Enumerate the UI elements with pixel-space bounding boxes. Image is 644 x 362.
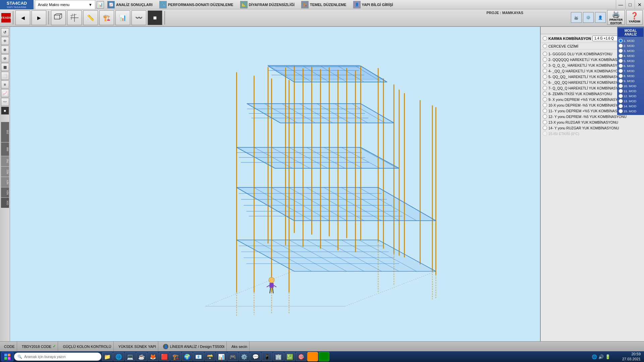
toolbar-icon-person[interactable]: 👤 <box>595 12 606 23</box>
taskbar-app-green[interactable] <box>319 352 329 361</box>
taskbar-app-mail[interactable]: 📧 <box>193 352 204 361</box>
modal-mode-12-label: 12. MOD <box>624 94 636 98</box>
vert-label-c0x: C0X <box>1 198 9 208</box>
modal-mode-1[interactable]: 1. MOD <box>618 38 643 43</box>
modal-mode-11[interactable]: 11. MOD <box>618 88 643 94</box>
start-button[interactable] <box>1 352 13 361</box>
taskbar-app-chrome[interactable]: 🌍 <box>182 352 193 361</box>
yardim-btn[interactable]: ❓ YARDIM <box>626 10 643 25</box>
menu-icon-1[interactable]: 📊 <box>97 1 104 8</box>
modal-mode-15[interactable]: 15. MOD <box>618 109 643 114</box>
left-btn-layers[interactable]: ≡ <box>1 80 9 88</box>
modal-mode-13[interactable]: 13. MOD <box>618 99 643 104</box>
combo-13-label: 13-X yonu RUZGAR YUK KOMBİNASYONU <box>548 120 618 124</box>
combo-8-label: 8- ZEMİN İTKİSİ YUK KOMBİNASYONU <box>548 92 612 96</box>
lineer-char-icon: 👤 <box>163 344 168 349</box>
taskbar-search-box[interactable]: 🔍 Aramak için buraya yazın <box>14 353 101 361</box>
taskbar-app-staad[interactable]: 🏗️ <box>170 352 181 361</box>
modal-mode-4[interactable]: 4. MOD <box>618 53 643 58</box>
printer-editor-btn[interactable]: 🖨️ PRINTER EDITOR <box>607 10 625 25</box>
menu-analiz-sonuclari[interactable]: 📈 ANALİZ SONUÇLARI <box>104 0 156 9</box>
minimize-btn[interactable]: — <box>616 0 625 9</box>
toolbar-row: FEADS ◀ ▶ 📏 🏗️ 📊 〰️ ■ PROJE : MAMKAYAS <box>0 9 644 27</box>
taskbar-app-explorer[interactable]: 📁 <box>102 352 113 361</box>
systray-network[interactable]: 🌐 <box>592 354 597 359</box>
modal-mode-10[interactable]: 10. MOD <box>618 83 643 88</box>
modal-mode-6-label: 6. MOD <box>624 64 635 68</box>
taskbar-clock[interactable]: 20:59 27.03.2021 <box>622 352 641 362</box>
toolbar-btn-wave[interactable]: 〰️ <box>131 10 146 25</box>
combo-11-label: 11- Y yonu DEPREM +%5 YUK KOMBİNASYONU <box>548 109 627 113</box>
svg-rect-10 <box>100 27 450 341</box>
modal-mode-2[interactable]: 2. MOD <box>618 43 643 48</box>
toolbar-nav-btn-1[interactable]: ◀ <box>15 10 30 25</box>
toolbar-btn-3d[interactable] <box>51 10 66 25</box>
left-btn-chart[interactable]: 📈 <box>1 89 9 97</box>
modal-mode-14[interactable]: 14. MOD <box>618 104 643 109</box>
combo-9-label: 9- X yonu DEPREM +%5 YUK KOMBİNASYONU <box>548 98 626 102</box>
modal-mode-12[interactable]: 12. MOD <box>618 94 643 99</box>
vert-label-669: 669 <box>1 142 9 156</box>
combo-item-14[interactable]: 14- Y yonu RUZGAR YUK KOMBİNASYONU <box>543 125 642 131</box>
left-btn-frame[interactable]: ⬜ <box>1 72 9 80</box>
toolbar-btn-measure[interactable]: 📏 <box>83 10 98 25</box>
taskbar-app-firefox[interactable]: 🦊 <box>148 352 158 361</box>
taskbar-app-java[interactable]: ☕ <box>136 352 147 361</box>
modal-mode-6[interactable]: 6. MOD <box>618 63 643 68</box>
taskbar-app-office[interactable]: 🏢 <box>273 352 284 361</box>
taskbar-app-edge[interactable]: 🌐 <box>113 352 124 361</box>
left-btn-color[interactable]: ■ <box>1 107 9 115</box>
viewport-3d[interactable] <box>10 27 540 341</box>
toolbar-btn-frame[interactable]: 🏗️ <box>99 10 114 25</box>
modal-mode-5[interactable]: 5. MOD <box>618 58 643 63</box>
vert-label-2s5: 2S5 <box>1 122 9 142</box>
left-btn-zoom-out[interactable]: ⊖ <box>1 54 9 62</box>
modal-mode-3[interactable]: 3. MOD <box>618 48 643 53</box>
taskbar-app-finance[interactable]: 💹 <box>284 352 295 361</box>
taskbar-app-db[interactable]: 🗃️ <box>205 352 215 361</box>
feads-logo[interactable]: FEADS <box>1 13 11 22</box>
svg-line-9 <box>71 14 72 20</box>
status-aks: Aks secin <box>229 342 250 351</box>
toolbar-btn-color-dark[interactable]: ■ <box>148 10 162 25</box>
close-btn[interactable]: ✕ <box>635 0 644 9</box>
modal-mode-7[interactable]: 7. MOD <box>618 68 643 73</box>
left-btn-zoom-in[interactable]: ⊕ <box>1 46 9 54</box>
systray-volume[interactable]: 🔊 <box>598 354 604 359</box>
toolbar-icon-settings[interactable]: ⚙️ <box>583 12 594 23</box>
menu-diyafram[interactable]: 📐 DİYAFRAM DÜZENSİZLİĞİ <box>237 0 298 9</box>
combo-item-15[interactable]: 15-ISI ETKİSİ (0°C) <box>543 131 642 136</box>
modal-mode-10-label: 10. MOD <box>624 84 636 88</box>
left-btn-select-box[interactable]: ▦ <box>1 63 9 71</box>
combo-10-label: 10-X yonu DEPREM -%5 YUK KOMBİNASYONU <box>548 103 626 107</box>
taskbar-app-vscode[interactable]: 💻 <box>125 352 136 361</box>
taskbar-app-phone[interactable]: 📱 <box>262 352 272 361</box>
taskbar-app-excel[interactable]: 📊 <box>216 352 227 361</box>
taskbar-app-autocad[interactable]: 🟥 <box>159 352 170 361</box>
menu-yapi-bilgi[interactable]: 👤 YAPI BİLGİ GİRİŞİ <box>350 0 396 9</box>
toolbar-nav-btn-2[interactable]: ▶ <box>32 10 46 25</box>
maximize-btn[interactable]: □ <box>625 0 635 9</box>
systray-battery[interactable]: 🔋 <box>605 354 610 359</box>
taskbar-app-settings2[interactable]: ⚙️ <box>239 352 250 361</box>
toolbar-btn-chart[interactable]: 📊 <box>115 10 130 25</box>
menu-performans[interactable]: 🔧 PERFORMANS-DONATI DÜZENLEME <box>156 0 237 9</box>
dropdown-label: Analiz Makro menu <box>38 3 69 7</box>
taskbar-app-yellow[interactable] <box>307 352 318 361</box>
taskbar-app-target[interactable]: 🎯 <box>296 352 307 361</box>
combo-item-13[interactable]: 13-X yonu RUZGAR YUK KOMBİNASYONU <box>543 119 642 125</box>
left-btn-rotate[interactable]: ↺ <box>1 28 9 36</box>
modal-mode-8[interactable]: 8. MOD <box>618 73 643 78</box>
karma-kombinasyon-radio[interactable] <box>543 36 547 41</box>
cerceve-label: CERCEVE CİZİMİ <box>548 44 578 48</box>
taskbar-app-game[interactable]: 🎮 <box>227 352 238 361</box>
toolbar-icon-print-small[interactable]: 🖨️ <box>571 12 582 23</box>
cerceve-radio[interactable] <box>543 44 547 48</box>
toolbar-btn-grid[interactable] <box>67 10 82 25</box>
left-btn-move[interactable]: ✛ <box>1 37 9 45</box>
left-btn-wave[interactable]: 〰 <box>1 98 9 106</box>
modal-mode-9[interactable]: 9. MOD <box>618 78 643 83</box>
menu-temel[interactable]: 🏗️ TEMEL DÜZENLEME <box>298 0 350 9</box>
analiz-macro-dropdown[interactable]: Analiz Makro menu ▼ <box>35 0 95 9</box>
taskbar-app-teams[interactable]: 💬 <box>250 352 261 361</box>
